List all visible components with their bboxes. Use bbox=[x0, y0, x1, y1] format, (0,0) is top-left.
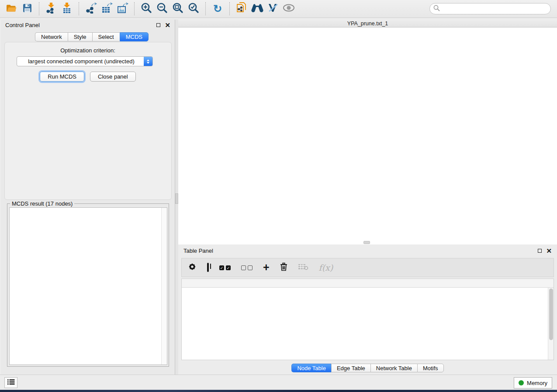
control-panel: Control Panel ✕ Network Style Select MCD… bbox=[1, 20, 175, 375]
search-box[interactable] bbox=[429, 3, 551, 14]
panel-splitter[interactable] bbox=[175, 20, 178, 375]
delete-table-button[interactable] bbox=[298, 263, 308, 272]
task-history-button[interactable] bbox=[4, 377, 17, 388]
search-icon bbox=[433, 5, 440, 13]
dropdown-stepper-icon bbox=[144, 57, 152, 66]
search-input[interactable] bbox=[442, 4, 550, 13]
task-list-icon bbox=[7, 379, 15, 387]
memory-status-icon bbox=[519, 380, 524, 385]
mcds-result-group: MCDS result (17 nodes) bbox=[7, 203, 169, 367]
tab-motifs[interactable]: Motifs bbox=[417, 364, 444, 372]
zoom-in-icon bbox=[141, 2, 152, 15]
eye-icon bbox=[283, 4, 295, 14]
zoom-fit-icon bbox=[172, 2, 183, 15]
close-panel-icon[interactable]: ✕ bbox=[546, 248, 552, 254]
tab-edge-table[interactable]: Edge Table bbox=[331, 364, 370, 372]
network-canvas[interactable] bbox=[178, 28, 557, 244]
tab-select[interactable]: Select bbox=[92, 32, 120, 41]
table-scrollbar[interactable] bbox=[548, 288, 554, 360]
select-all-button[interactable]: ✓ ✓ bbox=[219, 265, 231, 270]
export-network-button[interactable] bbox=[84, 2, 98, 16]
optimization-criterion-label: Optimization criterion: bbox=[1, 47, 175, 54]
export-table-button[interactable] bbox=[100, 2, 114, 16]
toolbar-separator bbox=[134, 2, 135, 15]
selected-option: largest connected component (undirected) bbox=[17, 58, 144, 65]
cytoscape-window: ↻ bbox=[0, 0, 557, 390]
control-panel-title: Control Panel bbox=[5, 22, 40, 28]
zoom-in-button[interactable] bbox=[139, 2, 153, 16]
tab-network[interactable]: Network bbox=[35, 32, 68, 41]
floppy-disk-icon bbox=[23, 3, 32, 14]
close-panel-icon[interactable]: ✕ bbox=[165, 22, 170, 28]
table-panel-title: Table Panel bbox=[183, 248, 213, 254]
create-column-button[interactable]: + bbox=[263, 263, 270, 273]
hide-details-icon bbox=[267, 3, 279, 15]
canvas-splitter-grip[interactable] bbox=[363, 241, 370, 244]
open-session-button[interactable] bbox=[4, 2, 18, 16]
mcds-result-list[interactable] bbox=[9, 207, 167, 365]
float-panel-icon[interactable] bbox=[156, 23, 160, 27]
memory-button[interactable]: Memory bbox=[514, 377, 552, 389]
import-network-icon bbox=[45, 2, 57, 15]
function-builder-button[interactable]: f(x) bbox=[319, 263, 333, 272]
table-settings-button[interactable] bbox=[188, 262, 197, 273]
show-graphics-details-button[interactable] bbox=[282, 2, 296, 16]
toolbar-separator bbox=[229, 2, 230, 15]
network-view-window: YPA_prune.txt_1 bbox=[178, 20, 557, 244]
export-image-icon bbox=[117, 2, 128, 15]
export-image-button[interactable] bbox=[115, 2, 129, 16]
table-scrollbar-thumb[interactable] bbox=[549, 289, 553, 340]
binoculars-icon bbox=[251, 3, 264, 14]
fx-icon: f(x) bbox=[319, 263, 333, 272]
tab-style[interactable]: Style bbox=[68, 32, 92, 41]
node-table bbox=[181, 279, 554, 360]
float-panel-icon[interactable] bbox=[538, 249, 542, 253]
delete-column-button[interactable] bbox=[280, 262, 287, 273]
columns-icon bbox=[207, 263, 209, 272]
zoom-fit-button[interactable] bbox=[171, 2, 185, 16]
hide-graphics-details-button[interactable] bbox=[266, 2, 280, 16]
table-toolbar: ✓ ✓ + f(x) bbox=[181, 258, 554, 277]
desktop-wallpaper bbox=[0, 390, 557, 392]
result-list-scrollbar[interactable] bbox=[161, 208, 167, 364]
trash-icon bbox=[280, 265, 287, 272]
main-toolbar: ↻ bbox=[0, 0, 557, 18]
run-mcds-button[interactable]: Run MCDS bbox=[40, 72, 84, 82]
plus-icon: + bbox=[263, 261, 270, 273]
save-session-button[interactable] bbox=[20, 2, 34, 16]
optimization-criterion-select[interactable]: largest connected component (undirected) bbox=[17, 56, 153, 66]
show-column-button[interactable] bbox=[207, 264, 209, 272]
status-bar: Memory bbox=[0, 375, 557, 390]
toolbar-separator bbox=[205, 2, 206, 15]
export-table-icon bbox=[101, 2, 113, 15]
import-table-button[interactable] bbox=[60, 2, 74, 16]
table-tabs: Node Table Edge Table Network Table Moti… bbox=[178, 364, 557, 372]
network-from-selection-button[interactable] bbox=[235, 2, 249, 16]
find-button[interactable] bbox=[250, 2, 264, 16]
delete-table-icon bbox=[298, 264, 308, 272]
zoom-selected-icon bbox=[188, 2, 199, 15]
refresh-icon: ↻ bbox=[213, 3, 222, 14]
splitter-grip[interactable] bbox=[175, 193, 178, 204]
zoom-out-button[interactable] bbox=[155, 2, 169, 16]
unchecked-box-icon bbox=[241, 265, 246, 270]
open-folder-icon bbox=[6, 4, 17, 14]
import-network-button[interactable] bbox=[44, 2, 58, 16]
checked-box-icon: ✓ bbox=[226, 265, 231, 270]
gear-icon bbox=[188, 265, 197, 272]
mcds-result-title: MCDS result (17 nodes) bbox=[10, 200, 74, 207]
close-panel-button[interactable]: Close panel bbox=[90, 72, 136, 82]
tab-mcds[interactable]: MCDS bbox=[120, 32, 149, 41]
checked-box-icon: ✓ bbox=[219, 265, 224, 270]
unchecked-box-icon bbox=[248, 265, 253, 270]
zoom-selected-button[interactable] bbox=[187, 2, 201, 16]
tab-node-table[interactable]: Node Table bbox=[291, 364, 331, 372]
network-document-icon bbox=[236, 2, 247, 16]
zoom-out-icon bbox=[156, 2, 168, 15]
tab-network-table[interactable]: Network Table bbox=[370, 364, 417, 372]
table-header-row bbox=[182, 279, 554, 288]
apply-layout-button[interactable]: ↻ bbox=[211, 2, 225, 16]
toolbar-separator bbox=[39, 2, 39, 15]
deselect-all-button[interactable] bbox=[241, 265, 253, 270]
network-view-title: YPA_prune.txt_1 bbox=[178, 21, 557, 27]
